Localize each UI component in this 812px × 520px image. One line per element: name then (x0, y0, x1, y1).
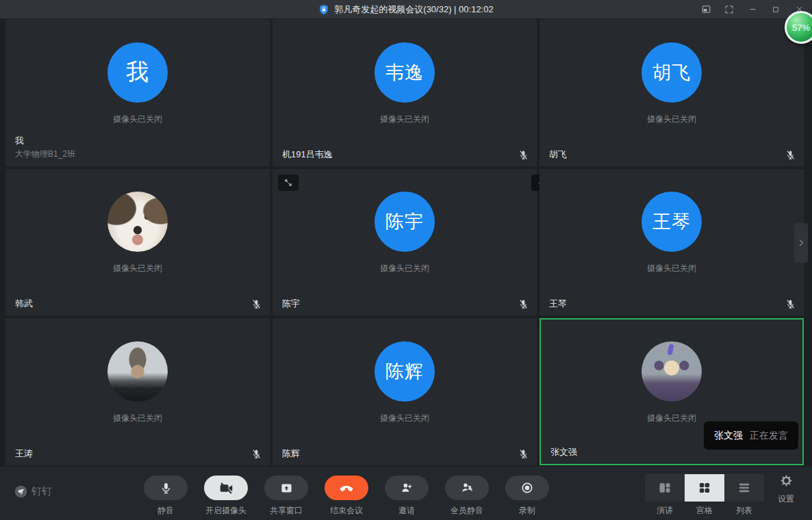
maximize-icon[interactable] (770, 3, 782, 16)
video-tile[interactable]: 胡飞 摄像头已关闭 胡飞 (540, 19, 804, 166)
mute-all-button[interactable]: 全员静音 (445, 476, 489, 517)
speaker-view-button[interactable] (645, 474, 685, 502)
brand-area: 钉钉 (14, 484, 52, 499)
share-window-icon (280, 482, 293, 495)
avatar: 我 (107, 42, 168, 103)
dingtalk-logo-icon (14, 484, 28, 499)
record-button[interactable]: 录制 (505, 476, 549, 517)
avatar-photo (107, 192, 168, 252)
participant-grid: 我 摄像头已关闭 我 大学物理B1_2班 韦逸 摄像头已关闭 机191吕韦逸 胡… (5, 19, 804, 465)
pip-mode-icon[interactable] (700, 3, 712, 16)
mic-muted-icon (785, 299, 796, 309)
layout-switcher (645, 474, 764, 502)
camera-off-label: 摄像头已关闭 (647, 413, 696, 424)
camera-off-label: 摄像头已关闭 (113, 114, 162, 125)
avatar: 韦逸 (375, 42, 435, 103)
speaking-status-label: 正在发言 (750, 430, 788, 442)
camera-off-label: 摄像头已关闭 (113, 263, 162, 274)
gear-icon (780, 474, 793, 487)
invite-person-icon (400, 481, 414, 495)
participant-name: 王琴 (549, 298, 567, 309)
avatar: 王琴 (642, 192, 702, 252)
share-window-button[interactable]: 共享窗口 (264, 476, 308, 517)
camera-off-label: 摄像头已关闭 (113, 413, 162, 424)
mic-muted-icon (785, 150, 796, 160)
list-view-button[interactable] (724, 474, 764, 502)
camera-off-label: 摄像头已关闭 (647, 114, 696, 125)
percentage-value: 57% (792, 23, 810, 33)
mute-button[interactable]: 静音 (144, 476, 188, 517)
open-side-panel-button[interactable] (794, 223, 808, 263)
participant-name: 韩武 (15, 298, 33, 309)
meeting-title-area: 郭凡奇发起的视频会议(30/32) | 00:12:02 (0, 0, 812, 18)
participant-name: 陈宇 (282, 298, 300, 309)
speaker-view-icon (658, 481, 672, 495)
camera-off-label: 摄像头已关闭 (380, 263, 429, 274)
list-view-label: 列表 (724, 505, 764, 517)
mic-muted-icon (518, 299, 529, 309)
brand-label: 钉钉 (31, 485, 52, 498)
camera-off-label: 摄像头已关闭 (380, 413, 429, 424)
participant-name: 机191吕韦逸 (282, 148, 333, 160)
mic-muted-icon (518, 449, 529, 459)
avatar: 陈宇 (375, 192, 435, 252)
mic-muted-icon (251, 299, 262, 309)
participant-name: 王涛 (15, 447, 33, 459)
list-view-icon (737, 481, 751, 495)
settings-button[interactable]: 设置 (772, 474, 800, 505)
shield-lock-icon (318, 4, 329, 15)
mic-muted-icon (518, 150, 529, 160)
meeting-title: 郭凡奇发起的视频会议(30/32) | 00:12:02 (334, 3, 493, 16)
fullscreen-icon[interactable] (723, 3, 735, 16)
mute-all-icon (460, 481, 474, 495)
mic-muted-icon (251, 449, 262, 459)
camera-toggle-button[interactable]: 开启摄像头 (204, 476, 248, 517)
participant-name: 胡飞 (549, 148, 567, 160)
participant-name: 陈辉 (282, 447, 300, 459)
grid-view-button[interactable] (685, 474, 724, 502)
camera-off-label: 摄像头已关闭 (380, 114, 429, 125)
speaker-view-label: 演讲 (645, 505, 685, 517)
video-tile[interactable]: 摄像头已关闭 王涛 (5, 318, 270, 465)
minimize-icon[interactable] (746, 3, 759, 16)
avatar: 陈辉 (375, 341, 435, 402)
participant-name: 张文强 (550, 446, 577, 458)
avatar-photo (107, 341, 168, 402)
layout-switcher-labels: 演讲 宫格 列表 (645, 505, 764, 517)
grid-view-icon (698, 481, 711, 495)
video-tile-hovered[interactable]: ··· 陈宇 摄像头已关闭 陈宇 (272, 169, 537, 316)
video-tile-self[interactable]: 我 摄像头已关闭 我 大学物理B1_2班 (5, 19, 270, 166)
camera-off-icon (219, 481, 233, 495)
speaking-tooltip: 张文强 正在发言 (704, 421, 798, 450)
avatar-photo (642, 341, 702, 402)
video-tile[interactable]: 韦逸 摄像头已关闭 机191吕韦逸 (272, 19, 537, 166)
video-tile[interactable]: 王琴 摄像头已关闭 王琴 (540, 169, 804, 316)
participant-name: 我 (15, 135, 75, 146)
video-tile[interactable]: 摄像头已关闭 韩武 (5, 169, 270, 316)
speaking-participant-name: 张文强 (714, 430, 743, 442)
video-tile[interactable]: 陈辉 摄像头已关闭 陈辉 (272, 318, 537, 465)
percentage-badge[interactable]: 57% (785, 11, 812, 44)
record-icon (520, 481, 534, 495)
title-bar: 郭凡奇发起的视频会议(30/32) | 00:12:02 (0, 0, 812, 18)
camera-off-label: 摄像头已关闭 (647, 263, 696, 274)
end-call-icon (339, 480, 354, 495)
video-tile-speaking[interactable]: 摄像头已关闭 张文强 张文强 正在发言 (540, 318, 804, 465)
end-meeting-button[interactable]: 结束会议 (325, 476, 368, 517)
avatar: 胡飞 (642, 42, 702, 103)
participant-org: 大学物理B1_2班 (15, 148, 75, 160)
invite-button[interactable]: 邀请 (385, 476, 429, 517)
call-controls: 静音 开启摄像头 共享窗口 结束会议 邀请 全员静音 录制 (144, 476, 549, 517)
chevron-right-icon (796, 238, 806, 248)
mic-icon (160, 482, 173, 495)
grid-view-label: 宫格 (685, 505, 724, 517)
bottom-toolbar: 钉钉 静音 开启摄像头 共享窗口 结束会议 邀请 全员静音 录制 (0, 467, 812, 520)
